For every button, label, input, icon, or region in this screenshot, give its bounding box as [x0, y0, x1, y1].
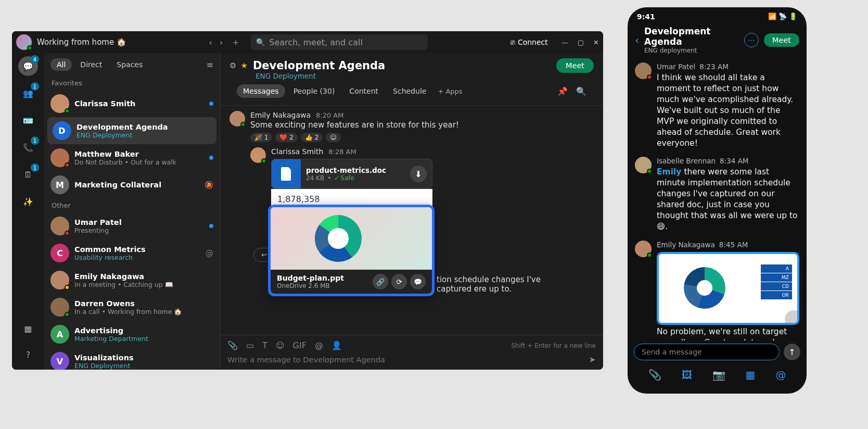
- mobile-mention-icon[interactable]: @: [775, 369, 786, 381]
- reaction-pill[interactable]: ☺: [326, 133, 341, 142]
- tab-content[interactable]: Content: [343, 84, 385, 98]
- conversation-item[interactable]: Darren OwensIn a call • Working from hom…: [44, 294, 220, 321]
- message-input[interactable]: [227, 356, 589, 364]
- onedrive-refresh-icon[interactable]: ⟳: [391, 274, 407, 289]
- mobile-camera-icon[interactable]: 📷: [712, 369, 725, 381]
- avatar: [50, 298, 69, 317]
- gear-icon[interactable]: ⚙: [229, 61, 236, 70]
- onedrive-comment-icon[interactable]: 💬: [410, 274, 426, 289]
- self-avatar[interactable]: [16, 34, 32, 50]
- shared-chart[interactable]: AMZCDOR: [657, 252, 799, 325]
- conversation-item[interactable]: CCommon MetricsUsability research@: [44, 239, 220, 267]
- filter-direct[interactable]: Direct: [74, 58, 108, 71]
- avatar: [50, 148, 69, 167]
- reaction-pill[interactable]: 👍 2: [301, 133, 323, 142]
- rail-calls[interactable]: 📞 1: [18, 137, 38, 157]
- download-button[interactable]: ⬇: [410, 166, 427, 182]
- rail-activity[interactable]: ✨: [18, 192, 38, 211]
- share-bubble[interactable]: [785, 310, 799, 325]
- rail-teams[interactable]: 👥 1: [18, 83, 38, 103]
- meet-button[interactable]: Meet: [556, 58, 594, 73]
- mobile-gif-icon[interactable]: ▦: [746, 369, 756, 381]
- bitmoji-icon[interactable]: 👤: [331, 340, 342, 350]
- reactions-bar: 🎉 1❤️ 2👍 2☺: [250, 133, 594, 142]
- conversation-item[interactable]: Emily NakagawaIn a meeting • Catching up…: [44, 267, 220, 294]
- filter-spaces[interactable]: Spaces: [110, 58, 149, 71]
- screen-icon[interactable]: ▭: [246, 340, 254, 350]
- msg-time: 8:34 AM: [720, 157, 749, 165]
- messages-view[interactable]: Emily Nakagawa 8:20 AM Some exciting new…: [220, 106, 603, 335]
- signal-icon: 📶: [768, 12, 776, 21]
- mobile-message-input[interactable]: Send a message: [634, 344, 780, 360]
- search-in-space-icon[interactable]: 🔍: [576, 86, 586, 96]
- mobile-toolbar: 📎 🖼 📷 ▦ @: [628, 363, 807, 394]
- maximize-button[interactable]: ▢: [578, 39, 584, 46]
- reaction-pill[interactable]: ❤️ 2: [275, 133, 297, 142]
- tab-apps[interactable]: + Apps: [438, 87, 462, 95]
- connect-button[interactable]: ⎚ Connect: [510, 38, 548, 46]
- conversation-item[interactable]: Clarissa Smith: [44, 90, 220, 117]
- unread-dot: [209, 156, 213, 160]
- onedrive-link-icon[interactable]: 🔗: [373, 274, 388, 289]
- rail-help[interactable]: ?: [18, 345, 38, 364]
- tab-people[interactable]: People (30): [287, 84, 341, 98]
- rail-chat[interactable]: 💬 4: [18, 56, 38, 76]
- conversation-item[interactable]: MMarketing Collateral🔕: [44, 171, 220, 198]
- conv-name: Clarissa Smith: [74, 99, 204, 108]
- mobile-msg: Emily Nakagawa8:45 AMAMZCDORNo problem, …: [635, 241, 799, 340]
- search-input[interactable]: 🔍 Search, meet, and call: [251, 34, 428, 50]
- nav-back-icon[interactable]: ‹: [209, 37, 212, 47]
- minimize-button[interactable]: —: [561, 39, 568, 46]
- tabs-row: Messages People (30) Content Schedule + …: [229, 80, 594, 102]
- close-button[interactable]: ✕: [593, 39, 599, 46]
- conv-name: Marketing Collateral: [74, 181, 199, 189]
- mobile-messages[interactable]: Umar Patel8:23 AMI think we should all t…: [628, 57, 807, 340]
- file-attachment[interactable]: product-metrics.doc 24 KB • ✓ Safe ⬇: [271, 159, 432, 189]
- mobile-meet-button[interactable]: Meet: [764, 33, 799, 47]
- avatar: [50, 94, 69, 113]
- rail-contacts[interactable]: 🪪: [18, 110, 38, 130]
- mobile-more-button[interactable]: ⋯: [744, 33, 759, 47]
- rail-apps[interactable]: ▦: [18, 319, 38, 338]
- mobile-back-button[interactable]: ‹: [635, 34, 639, 46]
- format-icon[interactable]: T: [262, 340, 267, 350]
- avatar: [250, 147, 266, 163]
- mobile-send-button[interactable]: ↑: [784, 344, 800, 360]
- msg-author: Emily Nakagawa: [657, 241, 715, 249]
- avatar: [635, 157, 652, 173]
- conversation-item[interactable]: Umar PatelPresenting: [44, 212, 220, 239]
- rail-calendar[interactable]: 🗓 1: [18, 165, 38, 184]
- avatar: D: [53, 121, 71, 140]
- conversation-item[interactable]: Matthew BakerDo Not Disturb • Out for a …: [44, 144, 220, 171]
- star-icon[interactable]: ★: [240, 61, 247, 70]
- msg-time: 8:23 AM: [699, 62, 729, 71]
- emoji-icon[interactable]: ☺: [276, 340, 285, 350]
- attach-icon[interactable]: 📎: [227, 340, 238, 350]
- tab-messages[interactable]: Messages: [237, 84, 285, 98]
- conversation-item[interactable]: AAdvertisingMarketing Department: [44, 321, 220, 348]
- conv-subtitle: In a call • Working from home 🏠: [74, 308, 213, 316]
- nav-forward-icon[interactable]: ›: [220, 37, 223, 47]
- file-safe-badge: ✓ Safe: [334, 174, 354, 182]
- avatar: [635, 241, 652, 257]
- presence-dot: [647, 169, 652, 174]
- send-button[interactable]: ➤: [589, 355, 596, 364]
- conversation-item[interactable]: DDevelopment AgendaENG Deployment: [47, 117, 216, 144]
- tab-schedule[interactable]: Schedule: [387, 84, 432, 98]
- reaction-pill[interactable]: 🎉 1: [250, 133, 272, 142]
- filter-menu-icon[interactable]: ≡: [207, 60, 213, 70]
- onedrive-share-card[interactable]: OneDrive Budget-plan.ppt OneDrive 2.6 MB…: [268, 205, 435, 296]
- mobile-image-icon[interactable]: 🖼: [682, 369, 692, 381]
- gif-icon[interactable]: GIF: [293, 340, 307, 350]
- mention-icon[interactable]: @: [315, 340, 323, 350]
- conversation-item[interactable]: VVisualizationsENG Deployment: [44, 348, 220, 370]
- pin-icon[interactable]: 📌: [557, 86, 568, 96]
- sidebar: All Direct Spaces ≡ Favorites Clarissa S…: [44, 53, 220, 370]
- onedrive-file-meta: OneDrive 2.6 MB: [277, 282, 369, 289]
- rail-calls-badge: 1: [31, 136, 39, 145]
- mobile-attach-icon[interactable]: 📎: [648, 369, 661, 381]
- conv-subtitle: Presenting: [74, 226, 204, 234]
- avatar: C: [50, 244, 69, 262]
- filter-all[interactable]: All: [50, 58, 72, 71]
- new-conversation-button[interactable]: ＋: [231, 36, 240, 48]
